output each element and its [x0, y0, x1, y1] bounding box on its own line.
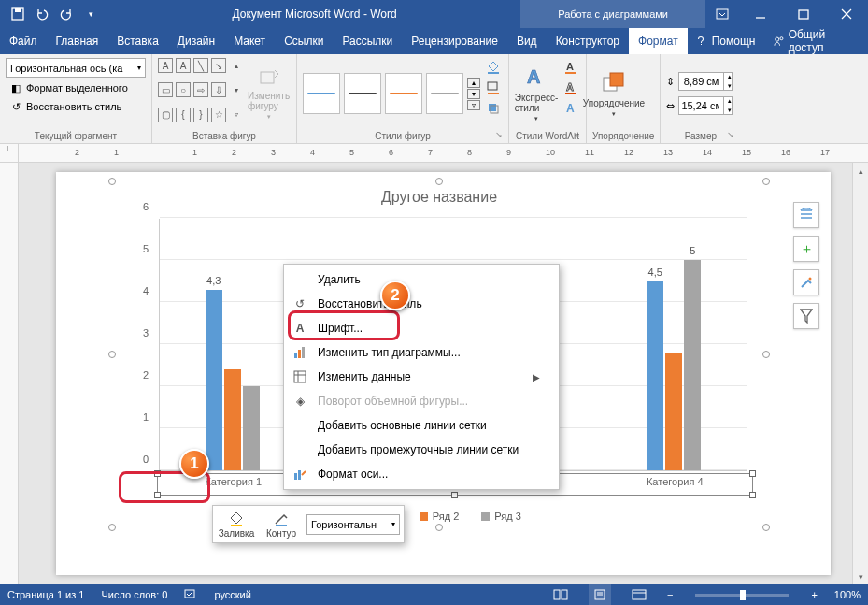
shape-arrow-icon[interactable]: ↘ [211, 58, 226, 73]
horizontal-ruler[interactable]: 211234567891011121314151617 [19, 144, 868, 162]
tab-file[interactable]: Файл [0, 28, 47, 54]
menu-font[interactable]: AШрифт... [284, 316, 559, 340]
maximize-icon[interactable] [782, 0, 825, 28]
chart-styles-button[interactable] [793, 269, 819, 295]
resize-handle[interactable] [108, 178, 116, 185]
chart-title[interactable]: Другое название [112, 181, 766, 209]
shape-fill-button[interactable] [484, 58, 503, 77]
shape-brace2-icon[interactable]: } [193, 108, 208, 122]
shape-star-icon[interactable]: ☆ [211, 108, 226, 122]
save-icon[interactable] [7, 4, 28, 24]
zoom-thumb[interactable] [740, 590, 746, 600]
dialog-launcher-icon[interactable]: ↘ [573, 130, 584, 141]
axis-handle[interactable] [154, 470, 161, 477]
chart-filters-button[interactable] [793, 303, 819, 329]
shape-effects-button[interactable] [484, 99, 503, 118]
mini-element-selector[interactable]: Горизонтальн▾ [306, 514, 400, 535]
resize-handle[interactable] [108, 524, 116, 531]
tab-insert[interactable]: Вставка [107, 28, 168, 54]
wordart-quick-styles[interactable]: A Экспресс-стили▾ [515, 58, 558, 129]
shape-rarrow-icon[interactable]: ⇨ [193, 82, 208, 97]
mini-outline-button[interactable]: Контур [262, 510, 301, 539]
status-word-count[interactable]: Число слов: 0 [101, 589, 167, 600]
ribbon-options-icon[interactable] [705, 0, 739, 28]
dialog-launcher-icon[interactable]: ↘ [495, 130, 506, 141]
tab-references[interactable]: Ссылки [275, 28, 333, 54]
shape-gallery-expand-icon[interactable]: ▿ [229, 108, 244, 122]
tell-me[interactable]: Помощн [688, 28, 765, 54]
style-blue[interactable] [303, 73, 340, 114]
arrange-button[interactable]: Упорядочение▾ [592, 58, 635, 129]
zoom-out-button[interactable]: − [667, 589, 673, 600]
format-selection-button[interactable]: ◧Формат выделенного [6, 79, 146, 96]
gallery-down-icon[interactable]: ▾ [467, 89, 480, 99]
view-web-icon[interactable] [628, 584, 650, 605]
tab-chart-design[interactable]: Конструктор [547, 28, 629, 54]
layout-options-button[interactable] [793, 202, 819, 228]
tab-view[interactable]: Вид [507, 28, 547, 54]
tab-review[interactable]: Рецензирование [402, 28, 507, 54]
vertical-ruler[interactable] [0, 163, 19, 584]
menu-reset-style[interactable]: ↺Восстановить стиль [284, 292, 559, 316]
dialog-launcher-icon[interactable]: ↘ [727, 130, 738, 141]
style-orange[interactable] [385, 73, 422, 114]
menu-edit-data[interactable]: Изменить данные▶ [284, 365, 559, 389]
tab-design[interactable]: Дизайн [168, 28, 224, 54]
redo-icon[interactable] [56, 4, 77, 24]
status-spellcheck-icon[interactable] [184, 587, 197, 602]
status-page[interactable]: Страница 1 из 1 [7, 589, 84, 600]
shape-outline-button[interactable] [484, 79, 503, 97]
vertical-scrollbar[interactable]: ▴ ▾ [852, 163, 868, 584]
style-black[interactable] [344, 73, 381, 114]
shape-textbox-icon[interactable]: A [158, 58, 173, 73]
shape-oval-icon[interactable]: ○ [176, 82, 191, 97]
zoom-slider[interactable] [695, 594, 789, 597]
status-language[interactable]: русский [214, 589, 250, 600]
share-button[interactable]: Общий доступ [764, 28, 868, 54]
text-outline-button[interactable]: A [562, 79, 580, 97]
mini-fill-button[interactable]: Заливка [217, 510, 256, 539]
text-effects-button[interactable]: A [562, 99, 580, 118]
spin-up-icon[interactable]: ▴ [723, 72, 734, 81]
menu-format-axis[interactable]: Формат оси... [284, 462, 559, 486]
menu-add-major-gridlines[interactable]: Добавить основные линии сетки [284, 413, 559, 438]
gallery-expand-icon[interactable]: ▿ [467, 100, 480, 110]
shape-gallery-more2-icon[interactable]: ▾ [229, 82, 244, 97]
axis-handle[interactable] [749, 470, 756, 477]
shape-gallery[interactable]: AA╲↘▴ ▭○⇨⇩▾ ▢{}☆▿ [158, 58, 244, 129]
text-fill-button[interactable]: A [562, 58, 580, 77]
spin-up-icon[interactable]: ▴ [723, 96, 734, 106]
view-read-icon[interactable] [549, 584, 572, 605]
gallery-up-icon[interactable]: ▴ [467, 78, 480, 88]
minimize-icon[interactable] [739, 0, 782, 28]
tab-format[interactable]: Формат [629, 28, 688, 54]
close-icon[interactable] [825, 0, 868, 28]
axis-handle[interactable] [451, 492, 458, 498]
resize-handle[interactable] [435, 178, 443, 185]
tab-layout[interactable]: Макет [224, 28, 275, 54]
zoom-in-button[interactable]: + [811, 589, 817, 600]
shape-gallery-more-icon[interactable]: ▴ [229, 58, 244, 73]
resize-handle[interactable] [435, 524, 443, 531]
axis-handle[interactable] [749, 492, 756, 498]
zoom-level[interactable]: 100% [834, 589, 861, 600]
menu-delete[interactable]: Удалить [284, 267, 559, 292]
chart-legend[interactable]: Ряд 1 Ряд 2 Ряд 3 [112, 511, 766, 522]
shape-brace-icon[interactable]: { [176, 108, 191, 122]
chart-element-selector[interactable]: Горизонтальная ось (ка▾ [6, 58, 146, 78]
tab-mailings[interactable]: Рассылки [333, 28, 402, 54]
scroll-up-icon[interactable]: ▴ [853, 163, 868, 179]
spin-down-icon[interactable]: ▾ [723, 106, 734, 115]
chart-elements-button[interactable]: ＋ [793, 236, 819, 262]
menu-add-minor-gridlines[interactable]: Добавить промежуточные линии сетки [284, 438, 559, 462]
style-gray[interactable] [426, 73, 463, 114]
shape-line-icon[interactable]: ╲ [193, 58, 208, 73]
shape-rect-icon[interactable]: ▭ [158, 82, 173, 97]
scroll-down-icon[interactable]: ▾ [853, 569, 868, 584]
qat-more-icon[interactable]: ▾ [80, 4, 101, 24]
shape-styles-gallery[interactable]: ▴ ▾ ▿ [303, 58, 480, 129]
undo-icon[interactable] [32, 4, 52, 24]
resize-handle[interactable] [762, 351, 770, 358]
axis-handle[interactable] [154, 492, 161, 498]
spin-down-icon[interactable]: ▾ [723, 81, 734, 91]
